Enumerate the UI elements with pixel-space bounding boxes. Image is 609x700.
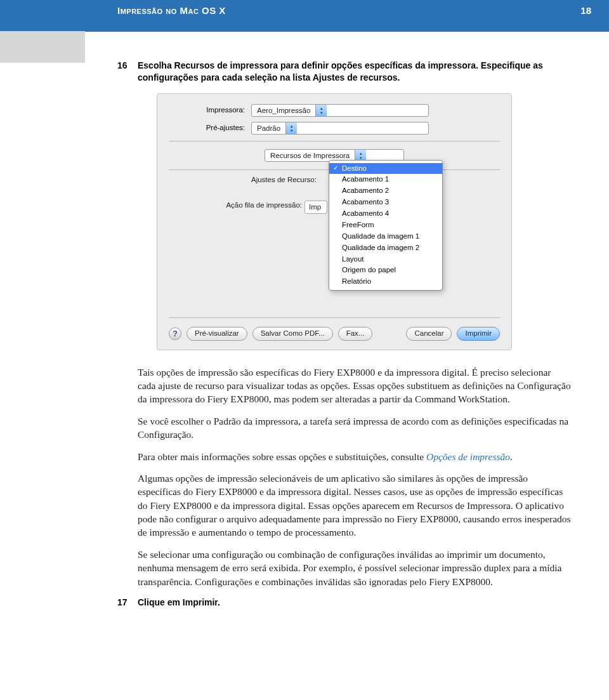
menu-item[interactable]: Origem do papel [329, 265, 442, 276]
row-impressora: Impressora: Aero_Impressão ▴▾ [157, 102, 511, 119]
step-text: Clique em Imprimir. [138, 597, 220, 607]
step-17: 17 Clique em Imprimir. [117, 597, 571, 609]
menu-item[interactable]: Layout [329, 254, 442, 265]
updown-icon: ▴▾ [285, 122, 297, 135]
header-title: Impressão no Mac OS X [117, 5, 226, 16]
select-value: Padrão [252, 122, 285, 135]
row-preajustes: Pré-ajustes: Padrão ▴▾ [157, 119, 511, 137]
select-impressora[interactable]: Aero_Impressão ▴▾ [251, 104, 429, 117]
page-number: 18 [580, 5, 591, 16]
link-opcoes-impressao[interactable]: Opções de impressão [426, 451, 510, 462]
body-text: Tais opções de impressão são específicas… [138, 366, 571, 588]
menu-item[interactable]: Acabamento 4 [329, 208, 442, 220]
paragraph: Se selecionar uma configuração ou combin… [138, 548, 571, 588]
label-acao: Ação fila de impressão: [169, 201, 302, 211]
paragraph: Para obter mais informações sobre essas … [138, 450, 571, 463]
menu-item[interactable]: FreeForm [329, 220, 442, 231]
menu-item[interactable]: Acabamento 1 [329, 174, 442, 185]
text: Para obter mais informações sobre essas … [138, 451, 426, 462]
step-number: 16 [117, 60, 128, 72]
step-16: 16 Escolha Recursos de impressora para d… [117, 60, 571, 84]
print-dialog: Impressora: Aero_Impressão ▴▾ Pré-ajuste… [157, 93, 512, 350]
help-button[interactable]: ? [169, 327, 181, 340]
page-header: Impressão no Mac OS X 18 [0, 0, 609, 32]
sidebar-tab [0, 31, 85, 63]
paragraph: Algumas opções de impressão selecionávei… [138, 472, 571, 539]
label-preajustes: Pré-ajustes: [169, 123, 251, 133]
menu-item[interactable]: Relatório [329, 276, 442, 287]
print-button[interactable]: Imprimir [457, 327, 500, 341]
step-text: Escolha Recursos de impressora para defi… [138, 60, 543, 83]
ajustes-menu[interactable]: Destino Acabamento 1 Acabamento 2 Acabam… [329, 160, 443, 291]
save-pdf-button[interactable]: Salvar Como PDF... [252, 327, 333, 341]
label-ajustes: Ajustes de Recurso: [251, 175, 327, 185]
label-impressora: Impressora: [169, 105, 251, 116]
paragraph: Se você escolher o Padrão da impressora,… [138, 414, 571, 442]
preview-button[interactable]: Pré-visualizar [187, 327, 247, 341]
paragraph: Tais opções de impressão são específicas… [138, 366, 571, 406]
menu-item[interactable]: Acabamento 2 [329, 185, 442, 197]
dialog-footer: ? Pré-visualizar Salvar Como PDF... Fax.… [157, 322, 511, 341]
step-number: 17 [117, 597, 128, 609]
fax-button[interactable]: Fax... [338, 327, 373, 341]
divider [169, 317, 500, 318]
menu-item[interactable]: Qualidade da imagem 1 [329, 231, 442, 242]
menu-item[interactable]: Qualidade da imagem 2 [329, 242, 442, 254]
select-preajustes[interactable]: Padrão ▴▾ [251, 122, 429, 135]
cancel-button[interactable]: Cancelar [406, 327, 452, 341]
menu-item-destino[interactable]: Destino [329, 163, 442, 175]
value-imp[interactable]: Imp [304, 201, 327, 215]
select-value: Aero_Impressão [252, 104, 315, 117]
updown-icon: ▴▾ [315, 104, 327, 117]
divider [169, 141, 500, 142]
page-content: 16 Escolha Recursos de impressora para d… [117, 32, 571, 609]
text: . [510, 451, 513, 462]
menu-region: Ajustes de Recurso: Ação fila de impress… [157, 174, 511, 314]
menu-item[interactable]: Acabamento 3 [329, 197, 442, 208]
